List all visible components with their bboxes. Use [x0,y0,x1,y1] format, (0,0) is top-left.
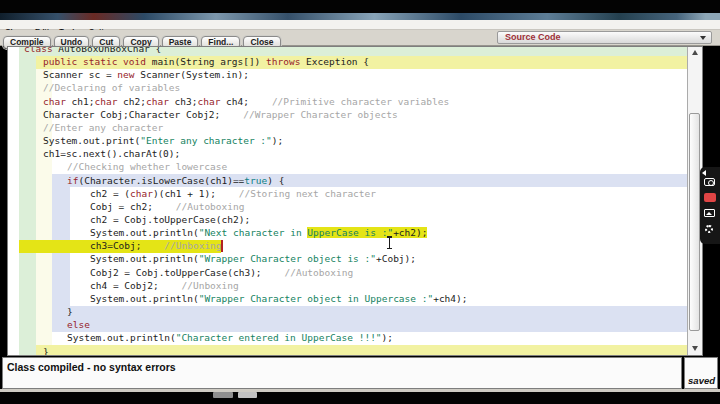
scroll-up-icon[interactable] [692,50,698,55]
scope-strip-green [19,148,36,161]
code-text: else [67,319,90,332]
scope-strip-yellow [36,174,52,187]
code-text: ch2 = (char)(ch1 + 1); //Storing next ch… [90,188,376,201]
scope-strip-lav [52,213,70,226]
code-text: Scanner sc = new Scanner(System.in); [43,69,249,82]
scope-strip-lav [52,253,70,266]
status-message-field: Class compiled - no syntax errors [2,357,682,389]
code-line[interactable]: ch1=sc.next().charAt(0); [8,148,687,161]
code-text: ch3=Cobj; //Unboxing [90,240,222,253]
code-line[interactable]: ch2 = (char)(ch1 + 1); //Storing next ch… [8,187,687,200]
code-text: ch2 = Cobj.toUpperCase(ch2); [90,214,250,227]
code-line[interactable]: Cobj2 = Cobj.toUpperCase(ch3); //Autobox… [8,266,687,279]
code-text: System.out.print("Enter any character :"… [43,135,283,148]
view-selector-value: Source Code [498,32,711,43]
scope-strip-lav [52,187,70,200]
code-text: ch4 = Cobj2; //Unboxing [90,280,239,293]
code-line[interactable]: System.out.println("Wrapper Character ob… [8,253,687,266]
code-line[interactable]: Character Cobj;Character Cobj2; //Wrappe… [8,108,687,121]
code-text: System.out.println("Next character in Up… [90,227,427,240]
video-letterbox-top [0,0,720,13]
scope-strip-lav [52,279,70,292]
code-text: //Enter any character [43,122,163,135]
window-title-bar [0,13,720,20]
scope-strip-yellow [36,266,52,279]
screenshot-icon[interactable] [704,209,715,217]
scroll-thumb[interactable] [689,113,700,331]
code-line[interactable]: ch4 = Cobj2; //Unboxing [8,279,687,292]
scope-strip-yellow [36,161,52,174]
code-text: } [43,346,49,356]
text-cursor [386,236,393,249]
code-text: System.out.println("Wrapper Character ob… [90,253,416,266]
saved-indicator: saved [684,357,718,389]
code-line[interactable]: } [8,306,687,319]
code-line[interactable]: System.out.println("Next character in Up… [8,227,687,240]
scope-strip-green [19,82,36,95]
gear-icon[interactable] [705,225,713,233]
scope-strip-green [19,279,36,292]
code-line[interactable]: else [8,319,687,332]
code-line[interactable]: char ch1;char ch2;char ch3;char ch4; //P… [8,95,687,108]
video-letterbox-bottom [0,392,720,404]
scope-strip-green [19,332,36,345]
collapse-icon[interactable] [702,170,706,176]
scope-strip-green [19,69,36,82]
player-control-nub [238,392,257,398]
code-line[interactable]: System.out.println("Character entered in… [8,332,687,345]
code-line[interactable]: //Declaring of variables [8,82,687,95]
scope-strip-green [19,187,36,200]
scope-strip-green [19,56,36,69]
scope-strip-yellow [36,279,52,292]
scope-strip-green [19,319,36,332]
scope-strip-green [19,292,36,305]
scope-strip-green [19,213,36,226]
code-line[interactable]: Scanner sc = new Scanner(System.in); [8,69,687,82]
code-text: //Checking whether lowercase [67,161,227,174]
code-text: Cobj = ch2; //Autoboxing [90,201,244,214]
code-line[interactable]: class AutoBoxOnBoxChar { [8,46,687,56]
player-control-nub [213,392,233,398]
code-line[interactable]: ch2 = Cobj.toUpperCase(ch2); [8,213,687,226]
scope-strip-yellow [36,213,52,226]
scope-strip-lav [52,266,70,279]
code-line[interactable]: //Enter any character [8,121,687,134]
code-text: //Declaring of variables [43,82,180,95]
view-selector-dropdown[interactable]: Source Code [497,31,712,44]
scope-strip-yellow [36,187,52,200]
scope-strip-yellow [36,253,52,266]
scope-strip-green [19,200,36,213]
code-line[interactable]: Cobj = ch2; //Autoboxing [8,200,687,213]
insertion-caret [221,240,223,252]
scope-strip-yellow [36,200,52,213]
scope-strip-lav [52,200,70,213]
scope-strip-green [19,227,36,240]
menu-bar: ClassEditToolsOptions [0,20,720,30]
code-text: System.out.println("Wrapper Character ob… [90,293,468,306]
scope-strip-lav [52,227,70,240]
scope-highlight-if [52,319,687,332]
chevron-down-icon[interactable] [700,36,706,40]
scope-strip-yellow [36,332,52,345]
camera-icon[interactable] [704,178,715,186]
recorder-overlay [700,167,720,244]
scope-strip-yellow [36,292,52,305]
code-text: if(Character.isLowerCase(ch1)==true) { [67,175,284,188]
code-line[interactable]: System.out.println("Wrapper Character ob… [8,292,687,305]
code-text: System.out.println("Character entered in… [67,332,393,345]
code-text: class AutoBoxOnBoxChar { [24,46,161,55]
record-icon[interactable] [704,193,716,202]
code-line[interactable]: //Checking whether lowercase [8,161,687,174]
scope-strip-green [19,253,36,266]
scroll-down-icon[interactable] [692,346,698,351]
code-text: ch1=sc.next().charAt(0); [43,148,180,161]
scope-strip-green [19,95,36,108]
code-line[interactable]: ch3=Cobj; //Unboxing [8,240,687,253]
code-text: } [67,306,73,319]
code-editor[interactable]: class AutoBoxOnBoxChar {public static vo… [7,46,703,356]
saved-label: saved [688,375,715,386]
code-line[interactable]: public static void main(String args[]) t… [8,56,687,69]
code-line[interactable]: } [8,345,687,356]
code-line[interactable]: if(Character.isLowerCase(ch1)==true) { [8,174,687,187]
code-line[interactable]: System.out.print("Enter any character :"… [8,135,687,148]
